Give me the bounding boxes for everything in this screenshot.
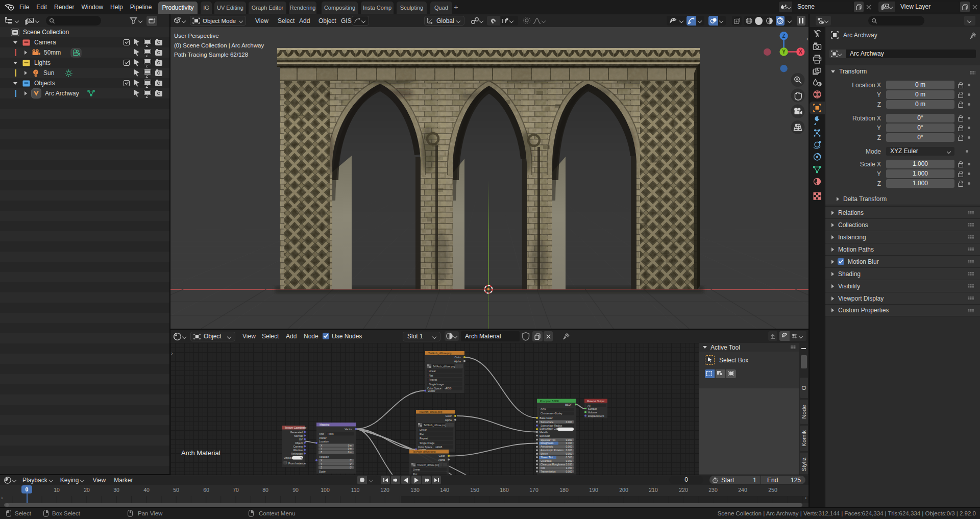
svg-text:0.030: 0.030 — [566, 463, 572, 466]
svg-text:Subsurface Radius: Subsurface Radius — [541, 424, 562, 427]
svg-text:0.000: 0.000 — [566, 445, 572, 448]
svg-text:Sheen: Sheen — [541, 452, 548, 455]
svg-text:X: X — [799, 49, 802, 55]
svg-text:Camera: Camera — [293, 445, 303, 448]
svg-text:Point: Point — [328, 432, 334, 435]
svg-text:70: 70 — [233, 487, 239, 493]
svg-text:Z: Z — [321, 466, 322, 469]
svg-text:Base Color: Base Color — [540, 416, 553, 419]
svg-text:30: 30 — [113, 487, 119, 493]
svg-text:100: 100 — [321, 487, 330, 493]
svg-text:TsVArch_diffuse.png: TsVArch_diffuse.png — [433, 365, 455, 368]
svg-text:Principled BSDF: Principled BSDF — [540, 400, 559, 403]
svg-text:Clearcoat Roughness: Clearcoat Roughness — [541, 463, 566, 466]
svg-text:Location: Location — [319, 440, 329, 443]
svg-text:IOR: IOR — [541, 466, 545, 469]
svg-text:Transmission: Transmission — [541, 470, 556, 473]
svg-text:Flat: Flat — [429, 374, 433, 377]
svg-text:90: 90 — [292, 487, 299, 493]
svg-text:60: 60 — [203, 487, 209, 493]
svg-text:›: › — [1, 495, 3, 501]
svg-text:Y: Y — [782, 49, 786, 55]
svg-text:0 m: 0 m — [348, 447, 352, 450]
svg-text:Linear: Linear — [429, 369, 436, 373]
svg-text:Scale: Scale — [319, 470, 326, 473]
svg-text:200: 200 — [619, 487, 628, 493]
svg-text:Anisotropic: Anisotropic — [541, 445, 553, 448]
svg-text:Surface: Surface — [588, 407, 597, 410]
svg-text:Alpha: Alpha — [454, 360, 461, 363]
svg-text:Mapping: Mapping — [320, 423, 329, 426]
svg-text:20: 20 — [84, 487, 90, 493]
svg-text:40: 40 — [143, 487, 150, 493]
svg-text:Texture Coordinate: Texture Coordinate — [285, 426, 306, 429]
svg-text:80: 80 — [262, 487, 268, 493]
svg-text:140: 140 — [440, 487, 449, 493]
svg-text:0.000: 0.000 — [566, 459, 572, 462]
svg-text:Anisotropic Rotation: Anisotropic Rotation — [541, 449, 564, 452]
svg-text:190: 190 — [589, 487, 598, 493]
svg-text:BSDF: BSDF — [565, 403, 572, 406]
svg-text:0.000: 0.000 — [566, 452, 572, 455]
svg-text:0.000: 0.000 — [566, 449, 572, 452]
svg-text:Specular Tint: Specular Tint — [541, 438, 556, 441]
svg-text:150: 150 — [470, 487, 479, 493]
svg-text:0.467: 0.467 — [566, 441, 572, 444]
svg-text:Repeat: Repeat — [429, 378, 437, 381]
svg-text:160: 160 — [500, 487, 509, 493]
svg-text:Normal: Normal — [294, 434, 303, 437]
svg-text:1.450: 1.450 — [566, 466, 572, 469]
svg-text:GGX: GGX — [541, 408, 547, 411]
svg-text:Arch Material: Arch Material — [181, 449, 220, 457]
svg-text:0 m: 0 m — [348, 444, 352, 447]
svg-text:Subsurface Color: Subsurface Color — [540, 427, 560, 430]
svg-text:210: 210 — [649, 487, 658, 493]
svg-text:50: 50 — [173, 487, 179, 493]
svg-text:0: 0 — [26, 486, 29, 492]
svg-text:Reflection: Reflection — [291, 452, 303, 455]
svg-text:Color: Color — [455, 356, 461, 359]
svg-text:sRGB: sRGB — [445, 387, 452, 390]
svg-text:Type: Type — [318, 432, 324, 435]
svg-text:Specular: Specular — [540, 434, 550, 437]
svg-text:0.000: 0.000 — [566, 438, 572, 441]
svg-text:All: All — [587, 404, 591, 407]
svg-text:Metallic: Metallic — [540, 431, 549, 434]
svg-text:230: 230 — [708, 487, 718, 493]
svg-text:Sheen Tint: Sheen Tint — [541, 456, 553, 459]
svg-text:Vector: Vector — [319, 436, 327, 439]
svg-text:‹: ‹ — [805, 495, 807, 501]
svg-text:0.000: 0.000 — [566, 470, 572, 473]
svg-text:Christensen-Burley: Christensen-Burley — [541, 412, 562, 415]
svg-text:0°: 0° — [350, 462, 352, 465]
svg-text:120: 120 — [380, 487, 389, 493]
svg-text:Z: Z — [321, 451, 322, 454]
svg-text:Z: Z — [782, 33, 786, 39]
svg-text:›: › — [171, 350, 173, 356]
svg-text:0°: 0° — [350, 459, 352, 462]
svg-text:Clearcoat: Clearcoat — [541, 459, 552, 462]
svg-text:0.000: 0.000 — [566, 421, 572, 424]
svg-text:220: 220 — [679, 487, 688, 493]
svg-text:240: 240 — [738, 487, 747, 493]
svg-text:Volume: Volume — [588, 411, 597, 414]
svg-text:10: 10 — [54, 487, 60, 493]
svg-text:Object: Object — [295, 441, 303, 444]
svg-text:0 m: 0 m — [348, 451, 352, 454]
svg-text:Rotation: Rotation — [319, 455, 329, 458]
svg-text:From Instancer: From Instancer — [288, 462, 306, 465]
svg-text:110: 110 — [351, 487, 360, 493]
svg-text:180: 180 — [559, 487, 569, 493]
svg-text:Generated: Generated — [290, 431, 303, 434]
svg-text:TsVArch_diffuse.png: TsVArch_diffuse.png — [428, 352, 452, 355]
svg-text:170: 170 — [529, 487, 538, 493]
svg-text:UV: UV — [299, 438, 303, 441]
svg-text:Window: Window — [293, 449, 303, 452]
svg-text:250: 250 — [768, 487, 777, 493]
svg-text:130: 130 — [410, 487, 420, 493]
svg-text:Object:: Object: — [284, 456, 292, 459]
svg-text:Displacement: Displacement — [588, 414, 604, 417]
svg-text:Vector: Vector — [345, 428, 352, 431]
svg-text:Single Image: Single Image — [429, 383, 444, 386]
svg-text:Material Output: Material Output — [587, 400, 605, 403]
